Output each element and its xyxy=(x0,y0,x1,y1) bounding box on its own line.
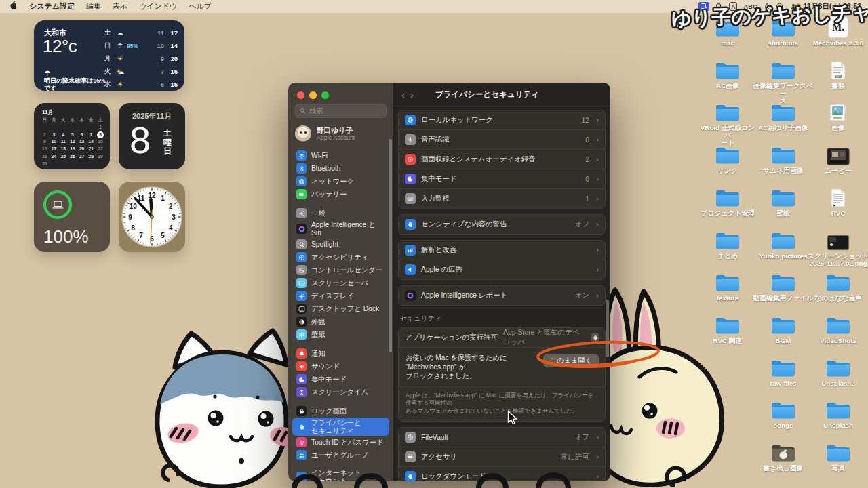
desktop-icon[interactable]: 書き出し画像 xyxy=(753,441,814,472)
sidebar-item[interactable]: 壁紙 xyxy=(292,328,389,341)
sidebar-item[interactable]: ユーザとグループ xyxy=(292,449,389,462)
weather-widget[interactable]: 大和市 12°c ☂ 明日の降水確率は95%です 土☁1117日☂95%1014… xyxy=(34,20,184,91)
calendar-day xyxy=(50,161,59,168)
sidebar-item[interactable]: デスクトップと Dock xyxy=(292,302,389,315)
desktop-icon[interactable]: AC画像 xyxy=(697,59,758,89)
sidebar-item-label: 壁紙 xyxy=(311,331,326,339)
folder-icon xyxy=(808,314,868,336)
desktop-icon[interactable]: サムネ用画像 xyxy=(753,144,814,174)
desktop-icon[interactable]: まとめ xyxy=(697,229,758,260)
peeking-ears-right xyxy=(476,472,571,488)
sidebar-item[interactable]: プライバシーとセキュリティ xyxy=(292,418,389,436)
sidebar-item[interactable]: Spotlight xyxy=(292,238,389,251)
menu-item-0[interactable]: システム設定 xyxy=(29,1,75,12)
settings-row[interactable]: FileVaultオフ› xyxy=(399,428,605,447)
sidebar-item[interactable]: コントロールセンター xyxy=(292,264,389,277)
sidebar-item[interactable]: 集中モード xyxy=(292,373,389,386)
battery-widget[interactable]: 100% xyxy=(34,182,110,252)
forward-chevron[interactable]: › xyxy=(410,89,414,100)
desktop-icon[interactable]: 画像編集ワークスペース xyxy=(753,59,814,104)
sidebar-item-label: スクリーンセーバ xyxy=(311,279,368,287)
calendar-day: 19 xyxy=(68,146,77,153)
desktop-icon[interactable]: ムービー xyxy=(808,144,868,174)
sidebar-item[interactable]: ロック画面 xyxy=(292,405,389,418)
sidebar-scrollbar[interactable] xyxy=(389,139,392,352)
avatar xyxy=(295,125,311,142)
desktop-icon[interactable]: Unsplash xyxy=(808,399,868,429)
desktop-icon[interactable]: なのばなな音声 xyxy=(808,271,868,302)
desktop-icon[interactable]: AC用ゆり子画像 xyxy=(753,101,814,131)
desktop-icon[interactable]: 壁紙 xyxy=(753,186,814,217)
desktop-icon-label: AC画像 xyxy=(697,82,758,89)
sidebar-item[interactable]: スクリーンセーバ xyxy=(292,277,389,289)
desktop-icon-label: Unsplash2 xyxy=(808,380,868,387)
settings-row[interactable]: アクセサリ常に許可› xyxy=(399,447,605,466)
sidebar-item[interactable]: Wi-Fi xyxy=(292,149,389,162)
desktop-icon[interactable]: Unsplash2 xyxy=(808,357,868,387)
settings-row[interactable]: 集中モード0› xyxy=(399,169,605,188)
clock-widget[interactable]: 121234567891011 xyxy=(119,182,185,252)
sidebar-item[interactable]: スクリーンタイム xyxy=(292,386,389,399)
desktop-icon-label: ムービー xyxy=(808,167,868,174)
apple-logo-icon[interactable] xyxy=(9,1,18,12)
sidebar-item[interactable]: 通知 xyxy=(292,347,389,360)
sidebar-item[interactable]: バッテリー xyxy=(292,188,389,201)
desktop-icon[interactable]: VideoShots xyxy=(808,314,868,344)
desktop-icon-label: BGM xyxy=(753,337,814,344)
settings-row[interactable]: 画面収録とシステムオーディオ録音2› xyxy=(399,149,605,169)
desktop-icon[interactable]: 画像 xyxy=(808,101,868,131)
sidebar-item[interactable]: アクセシビリティ xyxy=(292,251,389,264)
weather-condition-icon: ☂ xyxy=(113,42,127,49)
desktop-icon[interactable]: TXT書類 xyxy=(808,59,868,89)
sidebar-item[interactable]: Apple Intelligence と Siri xyxy=(292,220,389,238)
settings-row[interactable]: ローカルネットワーク12› xyxy=(399,110,605,129)
date-widget[interactable]: 2025年11月 8 土曜日 xyxy=(119,103,185,169)
desktop-icon[interactable]: プロジェクト管理 xyxy=(697,186,758,217)
desktop-icon[interactable]: スクリーンショット2025-11…7.02.png xyxy=(808,229,868,267)
weather-temperature: 12°c xyxy=(43,36,77,57)
desktop-icon[interactable]: Yuriko pictures xyxy=(753,229,814,260)
menu-item-1[interactable]: 編集 xyxy=(86,1,101,12)
desktop-icon[interactable]: RVC xyxy=(808,186,868,217)
sidebar-item[interactable]: Bluetooth xyxy=(292,162,389,175)
sidebar-item-label: Apple Intelligence と Siri xyxy=(311,221,385,237)
zoom-button[interactable] xyxy=(321,92,329,99)
sidebar-item[interactable]: サウンド xyxy=(292,360,389,373)
apple-account-item[interactable]: 野口ゆり子 Apple Account xyxy=(295,123,389,144)
desktop-icon[interactable]: songs xyxy=(753,399,814,429)
calendar-day: 12 xyxy=(68,138,77,146)
sidebar-item[interactable]: 外観 xyxy=(292,315,389,328)
calendar-day: 28 xyxy=(86,153,96,161)
weather-condition-icon: ☀ xyxy=(113,55,127,62)
desktop-icon[interactable]: VRoid 正式版コンバート xyxy=(697,101,758,146)
settings-row[interactable]: Apple の広告› xyxy=(399,260,605,279)
menu-item-4[interactable]: ヘルプ xyxy=(189,1,212,12)
svg-text:7: 7 xyxy=(139,232,143,239)
sidebar-item[interactable]: 一般 xyxy=(292,207,389,220)
settings-row[interactable]: 音声認識0› xyxy=(399,129,605,149)
sidebar-item[interactable]: ネットワーク xyxy=(292,175,389,188)
calendar-day: 7 xyxy=(86,131,96,139)
menu-item-3[interactable]: ウインドウ xyxy=(139,1,177,12)
back-chevron[interactable]: ‹ xyxy=(401,89,405,100)
settings-row[interactable]: 解析と改善› xyxy=(399,241,605,260)
sidebar-item[interactable]: ディスプレイ xyxy=(292,289,389,302)
minimize-button[interactable] xyxy=(309,92,317,99)
row-label: Apple Intelligence レポート xyxy=(421,291,507,300)
desktop-icon[interactable]: 写真 xyxy=(808,441,868,472)
calendar-widget[interactable]: 11月 日月火水木金土12345678910111213141516171819… xyxy=(34,103,110,169)
desktop-icon[interactable]: BGM xyxy=(753,314,814,344)
keyboard-icon xyxy=(405,193,416,204)
desktop-icon[interactable]: raw files xyxy=(753,357,814,387)
desktop-icon[interactable]: リンク xyxy=(697,144,758,174)
menu-item-2[interactable]: 表示 xyxy=(113,1,127,12)
settings-row[interactable]: Apple Intelligence レポートオン› xyxy=(399,286,605,305)
close-button[interactable] xyxy=(297,92,304,99)
desktop-icon[interactable]: 動画編集用ファイル xyxy=(753,271,814,302)
battery-ring-icon xyxy=(43,190,72,219)
settings-row[interactable]: センシティブな内容の警告オフ› xyxy=(399,215,605,234)
desktop-icon-label: Yuriko pictures xyxy=(753,252,814,260)
search-input[interactable]: 検索 xyxy=(295,104,387,118)
settings-row[interactable]: 入力監視1› xyxy=(399,188,605,208)
sidebar-item[interactable]: Touch ID とパスワード xyxy=(292,436,389,449)
